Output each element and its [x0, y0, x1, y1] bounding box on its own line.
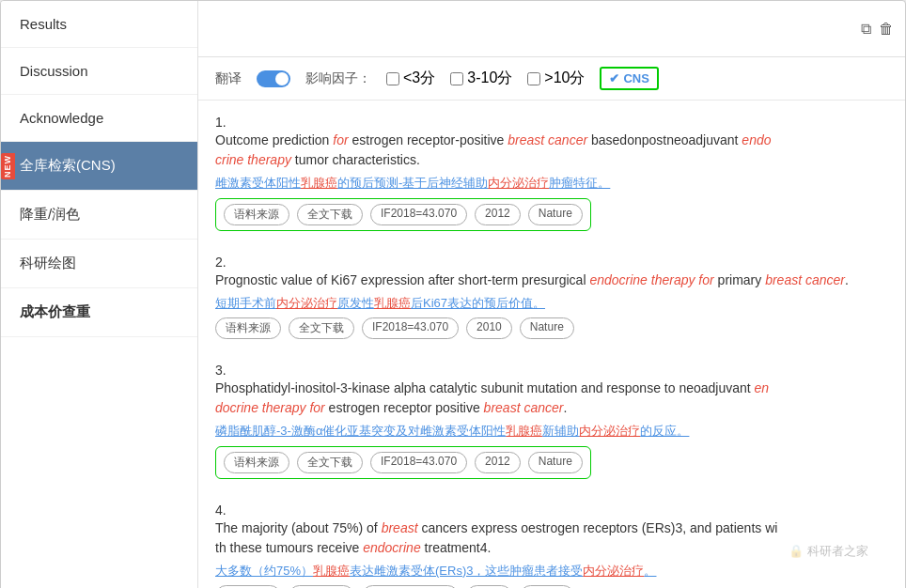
cns-checkmark-icon: ✔ [609, 71, 619, 85]
sidebar-item-quanku[interactable]: 全库检索(CNS) [1, 142, 197, 191]
result-item-3: Phosphatidyl-inositol-3-kinase alpha cat… [215, 362, 888, 479]
sidebar-item-chengben[interactable]: 成本价查重 [1, 288, 197, 337]
filter-range-checkbox[interactable] [450, 72, 463, 85]
sidebar-item-results-label: Results [20, 16, 67, 32]
filter-gt10[interactable]: >10分 [527, 69, 585, 88]
tag-journal-1: Nature [528, 204, 583, 225]
sidebar-item-quanku-label: 全库检索(CNS) [20, 157, 116, 173]
tag-year-2: 2010 [466, 317, 512, 339]
tag-year-1: 2012 [475, 204, 521, 225]
filter-bar: 翻译 影响因子： <3分 3-10分 >10分 ✔ CNS [198, 57, 905, 101]
toggle-thumb [275, 72, 289, 85]
tag-year-3: 2012 [475, 452, 521, 473]
tag-download-3[interactable]: 全文下载 [297, 452, 363, 473]
tag-if-2: IF2018=43.070 [362, 317, 459, 339]
result-1-chinese: 雌激素受体阳性乳腺癌的预后预测-基于后神经辅助内分泌治疗肿瘤特征。 [215, 174, 888, 193]
result-1-title: Outcome prediction for estrogen receptor… [215, 131, 888, 170]
result-1-tags-green: 语料来源 全文下载 IF2018=43.070 2012 Nature [215, 198, 591, 231]
filter-range[interactable]: 3-10分 [450, 69, 512, 88]
filter-lt3-label: <3分 [403, 69, 435, 88]
translate-label: 翻译 [215, 70, 242, 87]
result-4-chinese: 大多数（约75%）乳腺癌表达雌激素受体(ERs)3，这些肿瘤患者接受内分泌治疗。 [215, 562, 888, 580]
sidebar-item-discussion-label: Discussion [20, 63, 88, 79]
filter-gt10-checkbox[interactable] [527, 72, 540, 85]
copy-icon[interactable]: ⧉ [861, 21, 871, 38]
result-4-title: The majority (about 75%) of breast cance… [215, 518, 888, 558]
result-3-title: Phosphatidyl-inositol-3-kinase alpha cat… [215, 379, 888, 418]
sidebar-item-discussion[interactable]: Discussion [1, 48, 197, 95]
sidebar-item-chengben-label: 成本价查重 [20, 303, 90, 319]
tag-journal-3: Nature [528, 452, 583, 473]
filter-lt3-checkbox[interactable] [386, 72, 399, 85]
tag-source-1[interactable]: 语料来源 [224, 204, 289, 225]
result-3-chinese: 磷脂酰肌醇-3-激酶α催化亚基突变及对雌激素受体阳性乳腺癌新辅助内分泌治疗的反应… [215, 422, 888, 441]
delete-icon[interactable]: 🗑 [879, 21, 894, 38]
tag-source-2[interactable]: 语料来源 [215, 317, 281, 339]
toggle-track[interactable] [257, 70, 290, 87]
result-item-2: Prognostic value of Ki67 expression afte… [215, 254, 888, 340]
tag-source-3[interactable]: 语料来源 [224, 452, 289, 473]
sidebar-item-jiangchong-label: 降重/润色 [20, 206, 80, 222]
sidebar-item-jiangchong[interactable]: 降重/润色 [1, 191, 197, 240]
tag-download-2[interactable]: 全文下载 [289, 317, 354, 339]
cns-label: CNS [623, 71, 648, 85]
main-content: ⧉ 🗑 翻译 影响因子： <3分 3-10分 >10分 [198, 1, 905, 588]
result-item-1: Outcome prediction for estrogen receptor… [215, 114, 888, 231]
tag-download-1[interactable]: 全文下载 [297, 204, 363, 225]
sidebar-item-keyan-label: 科研绘图 [20, 255, 76, 271]
results-list: Outcome prediction for estrogen receptor… [215, 114, 888, 588]
impact-label: 影响因子： [305, 70, 371, 87]
result-2-chinese: 短期手术前内分泌治疗原发性乳腺癌后Ki67表达的预后价值。 [215, 294, 888, 313]
result-2-tags: 语料来源 全文下载 IF2018=43.070 2010 Nature [215, 317, 888, 339]
results-area: Outcome prediction for estrogen receptor… [198, 101, 905, 588]
result-3-tags-green: 语料来源 全文下载 IF2018=43.070 2012 Nature [215, 446, 591, 479]
tag-if-3: IF2018=43.070 [370, 452, 467, 473]
result-2-title: Prognostic value of Ki67 expression afte… [215, 271, 888, 290]
filter-range-label: 3-10分 [467, 69, 512, 88]
app-window: Results Discussion Acknowledge 全库检索(CNS)… [0, 0, 906, 588]
tag-journal-2: Nature [520, 317, 574, 339]
filter-lt3[interactable]: <3分 [386, 69, 435, 88]
result-item-4: The majority (about 75%) of breast cance… [215, 502, 888, 589]
translate-toggle[interactable] [257, 70, 290, 87]
sidebar-item-results[interactable]: Results [1, 1, 197, 48]
sidebar: Results Discussion Acknowledge 全库检索(CNS)… [1, 1, 198, 588]
sidebar-item-acknowledge-label: Acknowledge [20, 110, 103, 126]
sidebar-item-acknowledge[interactable]: Acknowledge [1, 95, 197, 142]
filter-gt10-label: >10分 [544, 69, 585, 88]
sidebar-item-keyan[interactable]: 科研绘图 [1, 240, 197, 288]
tag-if-1: IF2018=43.070 [370, 204, 467, 225]
top-bar: ⧉ 🗑 [198, 1, 905, 57]
cns-filter[interactable]: ✔ CNS [600, 67, 658, 90]
